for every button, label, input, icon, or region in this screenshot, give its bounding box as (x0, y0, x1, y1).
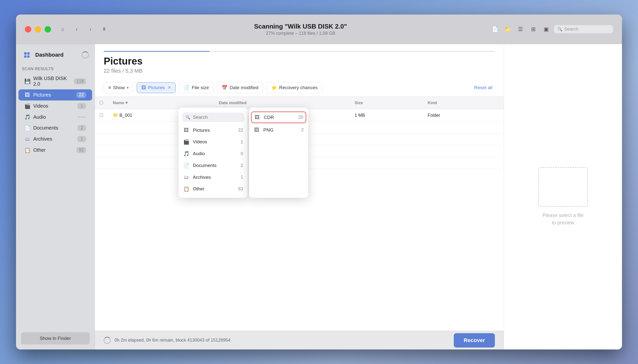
recovery-chances-filter-button[interactable]: ⭐ Recovery chances (266, 82, 322, 93)
home-button[interactable]: ⌂ (58, 25, 67, 34)
dropdown-item-count: 83 (238, 186, 243, 192)
sidebar-item-label: Videos (33, 103, 74, 109)
dropdown-item-count: 1 (241, 140, 243, 144)
videos-dropdown-icon: 🎬 (183, 139, 190, 145)
forward-button[interactable]: › (86, 25, 95, 34)
sidebar-item-count: 118 (74, 78, 86, 84)
dropdown-item-archives[interactable]: 🗂 Archives 1 (178, 172, 248, 183)
pictures-filter-icon: 🖼 (142, 85, 146, 90)
folder-icon-button[interactable]: 📁 (503, 24, 512, 34)
sidebar-item-label: Wilk USB DISK 2.0 (33, 76, 71, 87)
cdr-icon: 🖼 (254, 114, 260, 120)
close-filter-icon[interactable]: ✕ (168, 85, 171, 90)
dropdown-search[interactable]: 🔍 (182, 112, 244, 122)
reset-all-button[interactable]: Reset all (472, 82, 495, 93)
dropdown-item-count: 1 (241, 174, 243, 180)
sidebar-item-wilk-usb[interactable]: 💾 Wilk USB DISK 2.0 118 (18, 73, 92, 90)
traffic-lights (25, 26, 51, 32)
row-checkbox-cell (95, 109, 108, 122)
panel-toggle-button[interactable]: ▣ (541, 24, 551, 34)
row-size-cell (350, 122, 422, 134)
select-all-checkbox[interactable] (100, 101, 103, 104)
dropdown-item-count: 0 (241, 151, 243, 156)
recover-button[interactable]: Recover (454, 333, 495, 348)
loading-spinner (82, 52, 89, 58)
content-subtitle: 22 files / 5,3 MB (104, 68, 495, 74)
date-modified-filter-button[interactable]: 📅 Date modified (217, 82, 263, 93)
row-size-cell: 1 MB (350, 109, 422, 122)
dropdown-search-input[interactable] (193, 114, 241, 120)
search-input-placeholder: Search (564, 26, 578, 32)
content-title: Pictures (104, 56, 495, 67)
date-modified-column-header[interactable]: Date modified (214, 97, 350, 109)
folder-icon: 📁 (113, 113, 118, 118)
submenu-item-label: PNG (263, 127, 298, 133)
sidebar-item-documents[interactable]: 📄 Documents 2 (18, 122, 92, 134)
file-size-label: File size (192, 85, 209, 90)
title-bar: ⌂ ‹ › ⏸ Scanning "Wilk USB DISK 2.0" 27%… (16, 14, 622, 44)
sidebar-item-audio[interactable]: 🎵 Audio (18, 112, 92, 122)
minimize-button[interactable] (35, 26, 41, 32)
date-modified-label: Date modified (230, 85, 258, 90)
submenu-item-cdr[interactable]: 🖼 CDR 20 (251, 112, 306, 123)
sidebar-item-label: Other (33, 147, 74, 153)
file-size-filter-button[interactable]: 📄 File size (179, 82, 214, 93)
row-kind-cell (423, 122, 504, 134)
videos-icon: 🎬 (24, 103, 30, 109)
dropdown-item-pictures[interactable]: 🖼 Pictures 22 (178, 124, 248, 136)
name-column-header[interactable]: Name ▾ (108, 97, 214, 109)
scan-results-label: Scan results (16, 63, 94, 73)
dropdown-item-count: 22 (238, 128, 243, 133)
sidebar: Dashboard Scan results 💾 Wilk USB DISK 2… (16, 44, 95, 350)
dropdown-item-documents[interactable]: 📄 Documents 2 (178, 160, 248, 172)
archives-dropdown-icon: 🗂 (183, 174, 190, 180)
dropdown-item-label: Other (193, 186, 235, 192)
filter-bar: ≡ Show ▾ 🖼 Pictures ✕ 📄 File size (104, 78, 495, 96)
grid-view-button[interactable]: ⊞ (528, 24, 538, 34)
show-filter-button[interactable]: ≡ Show ▾ (104, 82, 133, 93)
dropdown-item-count: 2 (241, 163, 243, 168)
submenu-item-label: CDR (264, 115, 295, 120)
dropdown-search-icon: 🔍 (186, 115, 190, 120)
sidebar-item-pictures[interactable]: 🖼 Pictures 22 (18, 90, 92, 100)
dropdown-item-label: Pictures (193, 128, 235, 133)
pause-button[interactable]: ⏸ (100, 25, 109, 34)
dropdown-item-other[interactable]: 📋 Other 83 (178, 183, 248, 195)
sidebar-item-count: 2 (77, 125, 86, 131)
list-view-button[interactable]: ☰ (516, 24, 526, 34)
documents-icon: 📄 (24, 125, 30, 131)
window-title: Scanning "Wilk USB DISK 2.0" (116, 23, 485, 30)
documents-dropdown-icon: 📄 (183, 162, 190, 168)
file-size-icon: 📄 (184, 85, 190, 90)
sidebar-item-count (77, 116, 86, 118)
size-column-header[interactable]: Size (350, 97, 422, 109)
sidebar-item-videos[interactable]: 🎬 Videos 1 (18, 100, 92, 112)
recovery-chances-label: Recovery chances (279, 85, 318, 90)
sidebar-item-archives[interactable]: 🗂 Archives 1 (18, 134, 92, 144)
back-button[interactable]: ‹ (72, 25, 81, 34)
chevron-down-icon: ▾ (127, 86, 128, 90)
search-bar[interactable]: 🔍 Search (554, 25, 613, 33)
dropdown-item-audio[interactable]: 🎵 Audio 0 (178, 148, 248, 160)
kind-column-header[interactable]: Kind (423, 97, 504, 109)
preview-text: Please select a fileto preview (542, 212, 584, 226)
submenu-item-png[interactable]: 🖼 PNG 2 (249, 124, 308, 136)
row-checkbox[interactable] (100, 114, 103, 117)
preview-placeholder (538, 167, 588, 207)
filter-icon: ≡ (108, 85, 111, 90)
status-text: 0h 2m elapsed, 0h 6m remain, block 41300… (114, 338, 230, 343)
app-window: ⌂ ‹ › ⏸ Scanning "Wilk USB DISK 2.0" 27%… (16, 14, 622, 350)
pictures-filter-button[interactable]: 🖼 Pictures ✕ (137, 82, 176, 93)
toolbar-icons: 📄 📁 ☰ ⊞ ▣ 🔍 Search (490, 24, 613, 34)
maximize-button[interactable] (44, 26, 51, 32)
dashboard-label: Dashboard (35, 52, 64, 58)
dropdown-item-videos[interactable]: 🎬 Videos 1 (178, 136, 248, 148)
show-in-finder-button[interactable]: Show in Finder (21, 332, 90, 344)
table-header-row: Name ▾ Date modified Size Kind (95, 97, 504, 109)
png-icon: 🖼 (254, 127, 260, 133)
submenu-item-count: 20 (298, 115, 303, 120)
file-icon-button[interactable]: 📄 (490, 24, 500, 34)
close-button[interactable] (25, 26, 31, 32)
sidebar-item-other[interactable]: 📋 Other 92 (18, 144, 92, 156)
sidebar-header: Dashboard (16, 44, 94, 63)
